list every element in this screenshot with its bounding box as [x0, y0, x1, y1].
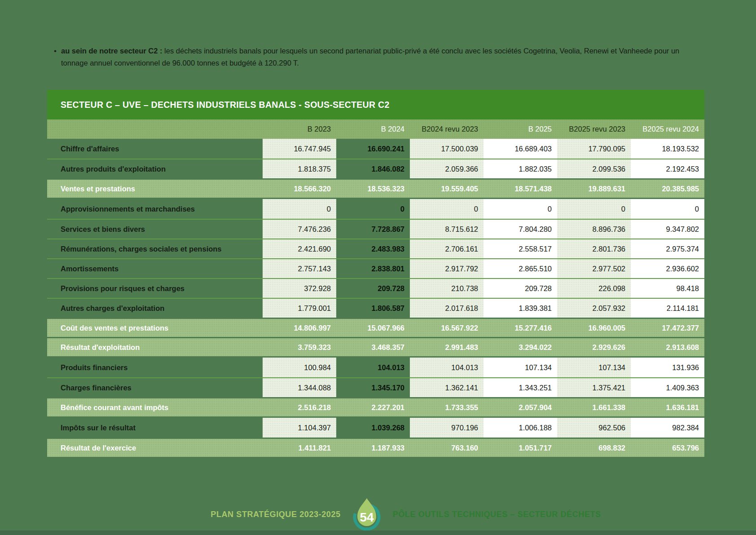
value-cell: 0	[557, 199, 631, 219]
value-cell: 1.344.088	[263, 378, 336, 397]
value-cell: 1.187.933	[336, 439, 410, 457]
value-cell: 17.472.377	[631, 319, 704, 337]
value-cell: 1.051.717	[483, 439, 557, 457]
row-label: Provisions pour risques et charges	[47, 279, 263, 298]
value-cell: 2.757.143	[263, 259, 336, 278]
row-label: Rémunérations, charges sociales et pensi…	[47, 239, 263, 258]
value-cell: 18.571.438	[483, 180, 557, 198]
value-cell: 1.839.381	[483, 299, 557, 318]
column-header-4: B 2025	[483, 119, 557, 139]
table-header-row: B 2023B 2024B2024 revu 2023B 2025B2025 r…	[47, 119, 704, 139]
table-row: Provisions pour risques et charges372.92…	[47, 278, 704, 298]
value-cell: 1.779.001	[263, 299, 336, 318]
value-cell: 2.706.161	[410, 239, 483, 258]
value-cell: 15.067.966	[336, 319, 410, 337]
table-row: Charges financières1.344.0881.345.1701.3…	[47, 377, 704, 397]
value-cell: 653.796	[631, 439, 704, 457]
value-cell: 1.636.181	[631, 398, 704, 416]
bullet-icon: •	[54, 45, 57, 69]
value-cell: 226.098	[557, 279, 631, 298]
value-cell: 8.715.612	[410, 220, 483, 239]
value-cell: 1.411.821	[263, 439, 336, 457]
value-cell: 2.975.374	[631, 239, 704, 258]
column-header-1: B 2023	[263, 119, 336, 139]
value-cell: 962.506	[557, 418, 631, 438]
footer: PLAN STRATÉGIQUE 2023-2025 54 PÔLE OUTIL…	[0, 494, 756, 535]
financial-table: SECTEUR C – UVE – DECHETS INDUSTRIELS BA…	[47, 90, 704, 458]
row-label: Amortissements	[47, 259, 263, 278]
page-number-badge: 54	[352, 495, 381, 533]
footer-section-title: PÔLE OUTILS TECHNIQUES – SECTEUR DÉCHETS	[393, 510, 601, 519]
value-cell: 104.013	[336, 358, 410, 377]
value-cell: 131.936	[631, 358, 704, 377]
value-cell: 1.409.363	[631, 378, 704, 397]
value-cell: 2.192.453	[631, 159, 704, 178]
value-cell: 1.818.375	[263, 159, 336, 178]
value-cell: 20.385.985	[631, 180, 704, 198]
bottom-edge-strip	[0, 531, 756, 535]
value-cell: 209.728	[336, 279, 410, 298]
value-cell: 3.468.357	[336, 338, 410, 356]
value-cell: 2.977.502	[557, 259, 631, 278]
value-cell: 1.375.421	[557, 378, 631, 397]
row-label: Résultat de l'exercice	[47, 439, 263, 457]
report-page: • au sein de notre secteur C2 : les déch…	[0, 0, 756, 535]
value-cell: 0	[336, 199, 410, 219]
table-title-bar: SECTEUR C – UVE – DECHETS INDUSTRIELS BA…	[47, 90, 704, 119]
table-row: Coût des ventes et prestations14.806.997…	[47, 319, 704, 337]
value-cell: 763.160	[410, 439, 483, 457]
value-cell: 970.196	[410, 418, 483, 438]
value-cell: 2.114.181	[631, 299, 704, 318]
value-cell: 16.960.005	[557, 319, 631, 337]
value-cell: 209.728	[483, 279, 557, 298]
row-label: Chiffre d'affaires	[47, 139, 263, 159]
value-cell: 1.806.587	[336, 299, 410, 318]
header-label-spacer	[47, 119, 263, 139]
footer-plan-title: PLAN STRATÉGIQUE 2023-2025	[211, 510, 340, 519]
value-cell: 1.343.251	[483, 378, 557, 397]
table-row: Services et biens divers7.476.2367.728.8…	[47, 219, 704, 239]
value-cell: 17.500.039	[410, 139, 483, 159]
value-cell: 7.804.280	[483, 220, 557, 239]
value-cell: 2.057.932	[557, 299, 631, 318]
value-cell: 0	[263, 199, 336, 219]
value-cell: 9.347.802	[631, 220, 704, 239]
table-row: Autres produits d'exploitation1.818.3751…	[47, 159, 704, 178]
value-cell: 18.536.323	[336, 180, 410, 198]
value-cell: 16.567.922	[410, 319, 483, 337]
value-cell: 107.134	[557, 358, 631, 377]
intro-bullet: • au sein de notre secteur C2 : les déch…	[54, 45, 703, 69]
value-cell: 2.913.608	[631, 338, 704, 356]
value-cell: 0	[483, 199, 557, 219]
value-cell: 16.747.945	[263, 139, 336, 159]
page-number: 54	[360, 510, 374, 524]
value-cell: 1.362.141	[410, 378, 483, 397]
column-header-3: B2024 revu 2023	[410, 119, 483, 139]
row-label: Autres produits d'exploitation	[47, 159, 263, 178]
row-label: Produits financiers	[47, 358, 263, 377]
table-row: Rémunérations, charges sociales et pensi…	[47, 239, 704, 258]
value-cell: 1.882.035	[483, 159, 557, 178]
value-cell: 1.846.082	[336, 159, 410, 178]
table-row: Autres charges d'exploitation1.779.0011.…	[47, 298, 704, 318]
value-cell: 16.689.403	[483, 139, 557, 159]
value-cell: 2.421.690	[263, 239, 336, 258]
value-cell: 982.384	[631, 418, 704, 438]
value-cell: 100.984	[263, 358, 336, 377]
intro-paragraph: au sein de notre secteur C2 : les déchet…	[61, 45, 703, 69]
value-cell: 16.690.241	[336, 139, 410, 159]
value-cell: 2.838.801	[336, 259, 410, 278]
value-cell: 17.790.095	[557, 139, 631, 159]
value-cell: 2.991.483	[410, 338, 483, 356]
value-cell: 19.889.631	[557, 180, 631, 198]
value-cell: 2.865.510	[483, 259, 557, 278]
value-cell: 2.017.618	[410, 299, 483, 318]
table-row: Résultat de l'exercice1.411.8211.187.933…	[47, 439, 704, 457]
value-cell: 2.936.602	[631, 259, 704, 278]
table-row: Bénéfice courant avant impôts2.516.2182.…	[47, 398, 704, 416]
value-cell: 2.057.904	[483, 398, 557, 416]
column-header-2: B 2024	[336, 119, 410, 139]
table-title: SECTEUR C – UVE – DECHETS INDUSTRIELS BA…	[61, 100, 390, 110]
table-row: Ventes et prestations18.566.32018.536.32…	[47, 180, 704, 198]
value-cell: 18.193.532	[631, 139, 704, 159]
